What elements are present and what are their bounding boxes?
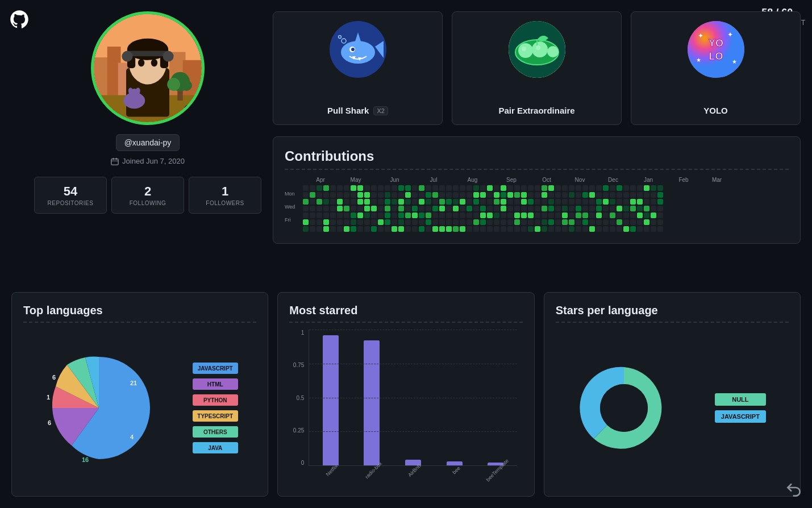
followers-label: FOLLOWERS <box>194 200 256 206</box>
contrib-cell <box>317 206 322 211</box>
contrib-cell <box>310 206 315 211</box>
contrib-cell <box>426 192 431 198</box>
contrib-cell <box>501 219 506 225</box>
contrib-cell <box>494 226 499 232</box>
contrib-cell <box>432 199 438 205</box>
contrib-week-51 <box>651 185 656 232</box>
svg-text:YO: YO <box>708 38 723 49</box>
contributions-panel: Contributions Apr May Jun Jul Aug Sep Oc… <box>273 136 801 244</box>
stat-repositories[interactable]: 54 REPOSITORIES <box>34 177 107 214</box>
svg-text:✦: ✦ <box>727 31 733 39</box>
contrib-week-38 <box>562 185 568 232</box>
svg-point-45 <box>547 46 559 57</box>
contrib-cell <box>521 213 527 218</box>
join-date: Joined Jun 7, 2020 <box>34 157 261 165</box>
contrib-cell <box>589 199 595 205</box>
contrib-cell <box>521 185 527 191</box>
contrib-cell <box>351 226 356 232</box>
contrib-cell <box>351 213 356 218</box>
contrib-cell <box>398 192 404 198</box>
contrib-cell <box>426 206 431 211</box>
pull-shark-multiplier: X2 <box>373 106 388 115</box>
y-tick-1: 1 <box>301 330 305 336</box>
contrib-cell <box>357 219 363 225</box>
contrib-cell <box>385 192 390 198</box>
contrib-cell <box>630 192 636 198</box>
contrib-cell <box>589 206 595 211</box>
month-jun: Jun <box>373 177 416 183</box>
contrib-cell <box>351 206 356 211</box>
contrib-week-5 <box>337 185 343 232</box>
contrib-cell <box>637 219 643 225</box>
contrib-cell <box>439 206 445 211</box>
contrib-cell <box>501 199 506 205</box>
contrib-cell <box>528 199 534 205</box>
contrib-cell <box>337 192 343 198</box>
svg-point-16 <box>138 59 144 66</box>
contrib-week-1 <box>310 185 315 232</box>
contrib-cell <box>610 199 615 205</box>
contrib-cell <box>439 226 445 232</box>
legend-typescript: TYPESCRIPT <box>193 410 238 422</box>
following-count: 2 <box>116 184 179 199</box>
pull-shark-label: Pull Shark <box>327 106 369 115</box>
back-arrow-button[interactable] <box>785 481 803 499</box>
contrib-week-42 <box>589 185 595 232</box>
contrib-cell <box>603 199 609 205</box>
legend-js-color: JAVASCRIPT <box>715 410 766 423</box>
contrib-cell <box>371 185 377 191</box>
svg-point-44 <box>536 45 540 50</box>
contrib-cell <box>542 192 547 198</box>
contrib-cell <box>385 226 390 232</box>
badge-yolo[interactable]: YO LO ✦ ✦ ★ ★ YOLO <box>631 11 801 125</box>
contrib-cell <box>562 185 568 191</box>
contrib-cell <box>521 206 527 211</box>
contrib-cell <box>419 213 424 218</box>
contrib-cell <box>467 185 472 191</box>
contrib-cell <box>446 219 452 225</box>
stat-followers[interactable]: 1 FOLLOWERS <box>189 177 261 214</box>
contrib-cell <box>419 226 424 232</box>
y-tick-05: 0.5 <box>296 395 304 401</box>
contrib-cell <box>521 199 527 205</box>
status-badge <box>184 104 197 118</box>
contrib-cell <box>582 219 588 225</box>
contrib-cell <box>494 219 499 225</box>
contrib-cell <box>644 219 649 225</box>
contrib-cell <box>657 206 663 211</box>
badge-pull-shark[interactable]: Pull Shark X2 <box>273 11 443 125</box>
contrib-cell <box>657 213 663 218</box>
contrib-week-36 <box>548 185 554 232</box>
username-tag[interactable]: @xuandai-py <box>34 134 261 151</box>
month-feb: Feb <box>666 177 701 183</box>
contrib-cell <box>562 206 568 211</box>
contrib-cell <box>378 192 384 198</box>
contrib-cell <box>453 199 459 205</box>
contrib-cell <box>630 199 636 205</box>
svg-point-17 <box>151 59 157 66</box>
day-mon: Mon <box>285 190 303 197</box>
legend-js: JAVASCRIPT <box>715 410 766 423</box>
contrib-cell <box>310 226 315 232</box>
legend-color-javascript: JAVASCRIPT <box>193 363 238 374</box>
username-pill[interactable]: @xuandai-py <box>116 134 180 151</box>
contrib-cell <box>344 219 349 225</box>
contrib-cell <box>548 199 554 205</box>
contrib-cell <box>473 213 479 218</box>
contrib-cell <box>432 219 438 225</box>
contrib-cell <box>323 206 329 211</box>
contrib-cell <box>651 185 656 191</box>
contrib-cell <box>576 199 581 205</box>
contrib-cell <box>494 206 499 211</box>
contrib-cell <box>501 185 506 191</box>
contrib-cell <box>392 185 397 191</box>
contrib-cell <box>630 213 636 218</box>
badge-pair-extraordinaire[interactable]: Pair Extraordinaire <box>452 11 622 125</box>
svg-point-35 <box>351 48 355 51</box>
contrib-cell <box>467 226 472 232</box>
contrib-cell <box>432 226 438 232</box>
contrib-cell <box>644 199 649 205</box>
contrib-cell <box>487 199 493 205</box>
contrib-week-28 <box>494 185 499 232</box>
stat-following[interactable]: 2 FOLLOWING <box>111 177 184 214</box>
